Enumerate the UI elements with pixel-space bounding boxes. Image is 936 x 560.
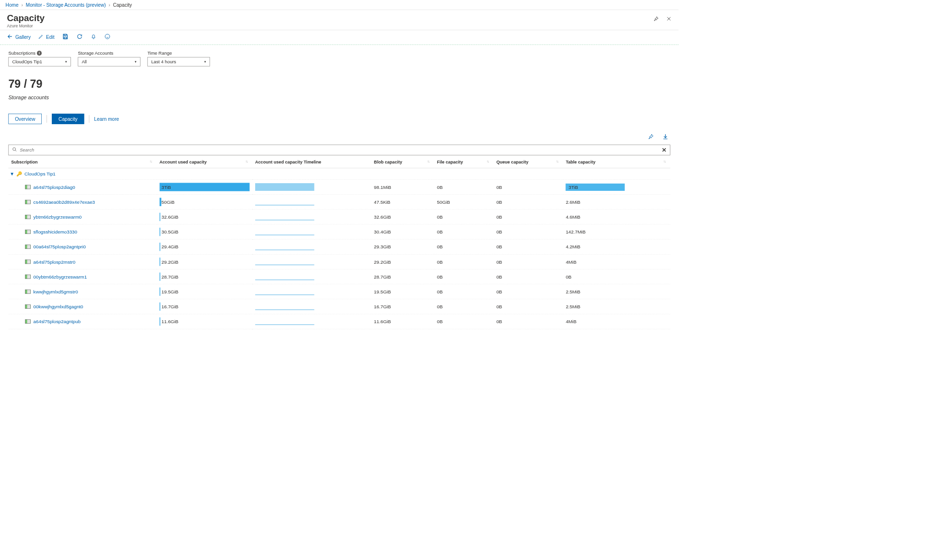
chevron-down-icon: ▾ xyxy=(204,60,206,64)
smile-icon[interactable] xyxy=(105,34,111,41)
storage-account-link[interactable]: a64sl75plosp2diag0 xyxy=(11,185,154,190)
chevron-right-icon: › xyxy=(21,2,23,8)
bell-icon[interactable] xyxy=(91,34,97,41)
subscription-group-row[interactable]: ▼ 🔑 CloudOps Tip1 xyxy=(8,168,670,180)
used-capacity-bar: 30.5GiB xyxy=(159,228,249,236)
table-capacity-cell: 142.7MiB xyxy=(563,224,670,239)
caret-down-icon: ▼ xyxy=(10,171,14,176)
edit-button[interactable]: Edit xyxy=(38,34,54,40)
used-capacity-bar: 32.6GiB xyxy=(159,213,249,221)
table-row: 00kwwjhgymlxd5gagnt0 16.7GiB 16.7GiB 0B … xyxy=(8,299,670,314)
storage-account-link[interactable]: 00ybtm66zbygrzeswarm1 xyxy=(11,274,154,280)
column-table[interactable]: Table capacity↑↓ xyxy=(563,156,670,168)
gallery-button[interactable]: Gallery xyxy=(7,34,31,41)
timeline-sparkline xyxy=(255,213,314,221)
pin-icon[interactable] xyxy=(653,16,659,23)
table-capacity-cell: 2.5MiB xyxy=(563,299,670,314)
column-blob[interactable]: Blob capacity↑↓ xyxy=(371,156,434,168)
close-icon[interactable] xyxy=(666,16,672,23)
key-icon: 🔑 xyxy=(16,171,22,177)
blob-capacity-cell: 47.5KiB xyxy=(371,195,434,210)
tab-overview[interactable]: Overview xyxy=(8,114,42,124)
table-capacity-cell: 0B xyxy=(563,269,670,284)
file-capacity-cell: 50GiB xyxy=(434,195,493,210)
table-capacity-cell: 3TiB xyxy=(563,179,670,194)
chevron-right-icon: › xyxy=(108,2,110,8)
save-icon[interactable] xyxy=(62,33,69,41)
storage-account-link[interactable]: kwwjhgymlxd5gmstr0 xyxy=(11,289,154,294)
timeline-sparkline xyxy=(255,318,314,326)
timeline-sparkline xyxy=(255,273,314,280)
table-capacity-cell: 4MiB xyxy=(563,254,670,269)
storage-account-link[interactable]: sflogsshicidemo3330 xyxy=(11,229,154,234)
clear-search-icon[interactable]: ✕ xyxy=(662,147,666,153)
file-capacity-cell: 0B xyxy=(434,284,493,299)
refresh-icon[interactable] xyxy=(77,34,83,41)
subscriptions-dropdown[interactable]: CloudOps Tip1▾ xyxy=(8,57,71,67)
table-capacity-cell: 4.6MiB xyxy=(563,210,670,224)
time-range-dropdown[interactable]: Last 4 hours▾ xyxy=(147,57,210,67)
queue-capacity-cell: 0B xyxy=(493,179,563,194)
blob-capacity-cell: 29.3GiB xyxy=(371,239,434,254)
used-capacity-bar: 16.7GiB xyxy=(159,303,249,311)
table-capacity-cell: 2.5MiB xyxy=(563,284,670,299)
used-capacity-bar: 50GiB xyxy=(159,198,249,206)
queue-capacity-cell: 0B xyxy=(493,299,563,314)
blob-capacity-cell: 98.1MiB xyxy=(371,179,434,194)
subscriptions-label: Subscriptions i xyxy=(8,50,71,56)
column-subscription[interactable]: Subscription↑↓ xyxy=(8,156,156,168)
search-box[interactable]: ✕ xyxy=(8,145,670,155)
page-subtitle: Azure Monitor xyxy=(7,23,45,28)
table-row: sflogsshicidemo3330 30.5GiB 30.4GiB 0B 0… xyxy=(8,224,670,239)
file-capacity-cell: 0B xyxy=(434,210,493,224)
used-capacity-bar: 29.2GiB xyxy=(159,257,249,266)
storage-account-link[interactable]: 00a64sl75plosp2agntpri0 xyxy=(11,244,154,249)
blob-capacity-cell: 32.6GiB xyxy=(371,210,434,224)
used-capacity-bar: 19.5GiB xyxy=(159,288,249,296)
column-timeline[interactable]: Account used capacity Timeline xyxy=(252,156,371,168)
table-row: kwwjhgymlxd5gmstr0 19.5GiB 19.5GiB 0B 0B… xyxy=(8,284,670,299)
storage-account-link[interactable]: 00kwwjhgymlxd5gagnt0 xyxy=(11,304,154,309)
queue-capacity-cell: 0B xyxy=(493,224,563,239)
arrow-left-icon xyxy=(7,34,13,41)
storage-account-link[interactable]: ybtm66zbygrzeswarm0 xyxy=(11,214,154,220)
storage-icon xyxy=(25,304,31,309)
timeline-sparkline xyxy=(255,183,314,191)
table-row: a64sl75plosp2mstr0 29.2GiB 29.2GiB 0B 0B… xyxy=(8,254,670,269)
used-capacity-bar: 3TiB xyxy=(159,183,249,191)
tab-capacity[interactable]: Capacity xyxy=(52,114,84,124)
storage-icon xyxy=(25,230,31,234)
column-queue[interactable]: Queue capacity↑↓ xyxy=(493,156,563,168)
column-used-capacity[interactable]: Account used capacity↑↓ xyxy=(157,156,253,168)
divider xyxy=(89,115,89,123)
svg-point-1 xyxy=(13,148,16,151)
queue-capacity-cell: 0B xyxy=(493,239,563,254)
storage-account-link[interactable]: cs4692aea0b2d89x4e7exae3 xyxy=(11,199,154,205)
search-input[interactable] xyxy=(20,147,659,152)
used-capacity-bar: 11.6GiB xyxy=(159,317,249,326)
storage-icon xyxy=(25,260,31,264)
storage-account-link[interactable]: a64sl75plosp2agntpub xyxy=(11,319,154,324)
info-icon[interactable]: i xyxy=(37,50,42,55)
column-file[interactable]: File capacity↑↓ xyxy=(434,156,493,168)
table-capacity-cell: 4.2MiB xyxy=(563,239,670,254)
file-capacity-cell: 0B xyxy=(434,299,493,314)
blob-capacity-cell: 30.4GiB xyxy=(371,224,434,239)
timeline-sparkline xyxy=(255,258,314,266)
storage-accounts-dropdown[interactable]: All▾ xyxy=(78,57,140,67)
file-capacity-cell: 0B xyxy=(434,254,493,269)
timeline-sparkline xyxy=(255,303,314,310)
pin-icon[interactable] xyxy=(647,133,655,141)
file-capacity-cell: 0B xyxy=(434,239,493,254)
download-icon[interactable] xyxy=(662,133,669,141)
breadcrumb-monitor[interactable]: Monitor - Storage Accounts (preview) xyxy=(26,2,106,8)
storage-account-link[interactable]: a64sl75plosp2mstr0 xyxy=(11,259,154,264)
blob-capacity-cell: 11.6GiB xyxy=(371,314,434,329)
breadcrumb-home[interactable]: Home xyxy=(6,2,19,8)
chevron-down-icon: ▾ xyxy=(135,60,137,64)
storage-icon xyxy=(25,275,31,279)
divider xyxy=(47,115,47,123)
chevron-down-icon: ▾ xyxy=(65,60,67,64)
page-title: Capacity xyxy=(7,13,45,23)
learn-more-link[interactable]: Learn more xyxy=(94,116,119,122)
